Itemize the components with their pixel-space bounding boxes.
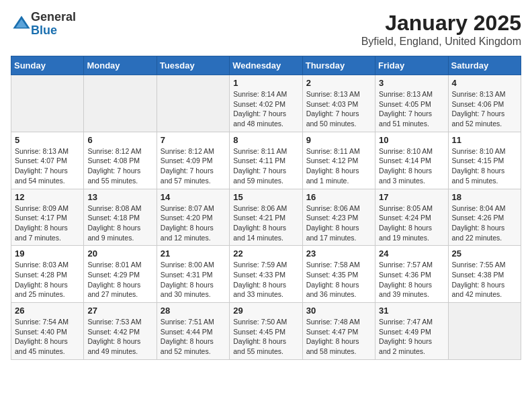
day-number: 28 <box>161 306 226 316</box>
day-detail: Sunrise: 7:47 AM Sunset: 4:49 PM Dayligh… <box>379 317 444 357</box>
day-number: 29 <box>233 306 298 316</box>
day-number: 26 <box>15 306 80 316</box>
day-number: 31 <box>379 306 444 316</box>
day-detail: Sunrise: 8:10 AM Sunset: 4:14 PM Dayligh… <box>379 146 444 186</box>
calendar-day-cell: 23Sunrise: 7:58 AM Sunset: 4:35 PM Dayli… <box>302 246 375 303</box>
day-detail: Sunrise: 8:12 AM Sunset: 4:09 PM Dayligh… <box>161 146 226 186</box>
day-number: 7 <box>161 135 226 145</box>
page-subtitle: Byfield, England, United Kingdom <box>361 36 521 48</box>
day-number: 17 <box>379 192 444 202</box>
calendar-day-cell: 22Sunrise: 7:59 AM Sunset: 4:33 PM Dayli… <box>230 246 302 303</box>
calendar-day-cell: 25Sunrise: 7:55 AM Sunset: 4:38 PM Dayli… <box>448 246 521 303</box>
day-detail: Sunrise: 8:13 AM Sunset: 4:03 PM Dayligh… <box>306 89 371 129</box>
weekday-header: Friday <box>375 56 448 75</box>
calendar-day-cell: 2Sunrise: 8:13 AM Sunset: 4:03 PM Daylig… <box>302 75 375 132</box>
calendar-day-cell: 9Sunrise: 8:11 AM Sunset: 4:12 PM Daylig… <box>302 132 375 189</box>
calendar-day-cell: 8Sunrise: 8:11 AM Sunset: 4:11 PM Daylig… <box>230 132 302 189</box>
title-block: January 2025 Byfield, England, United Ki… <box>361 11 521 48</box>
calendar-day-cell: 21Sunrise: 8:00 AM Sunset: 4:31 PM Dayli… <box>157 246 229 303</box>
day-number: 9 <box>306 135 371 145</box>
calendar-day-cell: 16Sunrise: 8:06 AM Sunset: 4:23 PM Dayli… <box>302 189 375 246</box>
day-detail: Sunrise: 7:50 AM Sunset: 4:45 PM Dayligh… <box>233 317 298 357</box>
weekday-header: Sunday <box>11 56 84 75</box>
calendar-week-row: 1Sunrise: 8:14 AM Sunset: 4:02 PM Daylig… <box>11 75 521 132</box>
day-number: 6 <box>87 135 152 145</box>
calendar-day-cell: 11Sunrise: 8:10 AM Sunset: 4:15 PM Dayli… <box>448 132 521 189</box>
calendar-day-cell: 4Sunrise: 8:13 AM Sunset: 4:06 PM Daylig… <box>448 75 521 132</box>
day-number: 22 <box>233 248 298 259</box>
day-number: 3 <box>379 78 444 88</box>
day-detail: Sunrise: 8:00 AM Sunset: 4:31 PM Dayligh… <box>161 260 226 300</box>
logo-blue: Blue <box>31 24 57 37</box>
day-number: 2 <box>306 78 371 88</box>
calendar-day-cell: 20Sunrise: 8:01 AM Sunset: 4:29 PM Dayli… <box>84 246 157 303</box>
day-number: 18 <box>452 192 517 202</box>
day-detail: Sunrise: 8:13 AM Sunset: 4:07 PM Dayligh… <box>15 146 80 186</box>
calendar-week-row: 5Sunrise: 8:13 AM Sunset: 4:07 PM Daylig… <box>11 132 521 189</box>
day-number: 30 <box>306 306 371 316</box>
day-number: 14 <box>161 192 226 202</box>
day-detail: Sunrise: 8:06 AM Sunset: 4:21 PM Dayligh… <box>233 203 298 243</box>
day-detail: Sunrise: 8:01 AM Sunset: 4:29 PM Dayligh… <box>87 260 152 300</box>
day-detail: Sunrise: 8:13 AM Sunset: 4:06 PM Dayligh… <box>452 89 517 129</box>
day-detail: Sunrise: 7:48 AM Sunset: 4:47 PM Dayligh… <box>306 317 371 357</box>
calendar-day-cell: 30Sunrise: 7:48 AM Sunset: 4:47 PM Dayli… <box>302 303 375 360</box>
page-header: General Blue January 2025 Byfield, Engla… <box>11 11 521 48</box>
calendar-day-cell: 1Sunrise: 8:14 AM Sunset: 4:02 PM Daylig… <box>230 75 302 132</box>
day-detail: Sunrise: 8:08 AM Sunset: 4:18 PM Dayligh… <box>87 203 152 243</box>
calendar-day-cell <box>157 75 229 132</box>
logo: General Blue <box>11 11 76 38</box>
calendar-day-cell: 29Sunrise: 7:50 AM Sunset: 4:45 PM Dayli… <box>230 303 302 360</box>
day-detail: Sunrise: 7:55 AM Sunset: 4:38 PM Dayligh… <box>452 260 517 300</box>
day-detail: Sunrise: 7:54 AM Sunset: 4:40 PM Dayligh… <box>15 317 80 357</box>
day-detail: Sunrise: 7:57 AM Sunset: 4:36 PM Dayligh… <box>379 260 444 300</box>
day-number: 16 <box>306 192 371 202</box>
day-number: 21 <box>161 248 226 259</box>
calendar-day-cell: 28Sunrise: 7:51 AM Sunset: 4:44 PM Dayli… <box>157 303 229 360</box>
page-title: January 2025 <box>361 11 521 36</box>
day-detail: Sunrise: 8:13 AM Sunset: 4:05 PM Dayligh… <box>379 89 444 129</box>
calendar-header-row: SundayMondayTuesdayWednesdayThursdayFrid… <box>11 56 521 75</box>
day-detail: Sunrise: 8:05 AM Sunset: 4:24 PM Dayligh… <box>379 203 444 243</box>
day-number: 25 <box>452 248 517 259</box>
calendar-week-row: 12Sunrise: 8:09 AM Sunset: 4:17 PM Dayli… <box>11 189 521 246</box>
day-number: 5 <box>15 135 80 145</box>
day-number: 20 <box>87 248 152 259</box>
day-number: 15 <box>233 192 298 202</box>
calendar-day-cell: 18Sunrise: 8:04 AM Sunset: 4:26 PM Dayli… <box>448 189 521 246</box>
calendar-week-row: 26Sunrise: 7:54 AM Sunset: 4:40 PM Dayli… <box>11 303 521 360</box>
calendar-day-cell: 26Sunrise: 7:54 AM Sunset: 4:40 PM Dayli… <box>11 303 84 360</box>
calendar-week-row: 19Sunrise: 8:03 AM Sunset: 4:28 PM Dayli… <box>11 246 521 303</box>
weekday-header: Monday <box>84 56 157 75</box>
day-detail: Sunrise: 8:07 AM Sunset: 4:20 PM Dayligh… <box>161 203 226 243</box>
day-number: 1 <box>233 78 298 88</box>
day-detail: Sunrise: 8:04 AM Sunset: 4:26 PM Dayligh… <box>452 203 517 243</box>
calendar-day-cell: 6Sunrise: 8:12 AM Sunset: 4:08 PM Daylig… <box>84 132 157 189</box>
day-detail: Sunrise: 7:51 AM Sunset: 4:44 PM Dayligh… <box>161 317 226 357</box>
calendar-day-cell: 27Sunrise: 7:53 AM Sunset: 4:42 PM Dayli… <box>84 303 157 360</box>
day-detail: Sunrise: 8:14 AM Sunset: 4:02 PM Dayligh… <box>233 89 298 129</box>
day-number: 23 <box>306 248 371 259</box>
day-number: 13 <box>87 192 152 202</box>
calendar-day-cell <box>448 303 521 360</box>
day-number: 8 <box>233 135 298 145</box>
day-detail: Sunrise: 8:12 AM Sunset: 4:08 PM Dayligh… <box>87 146 152 186</box>
weekday-header: Tuesday <box>157 56 229 75</box>
day-detail: Sunrise: 7:58 AM Sunset: 4:35 PM Dayligh… <box>306 260 371 300</box>
calendar-day-cell: 3Sunrise: 8:13 AM Sunset: 4:05 PM Daylig… <box>375 75 448 132</box>
calendar-day-cell: 13Sunrise: 8:08 AM Sunset: 4:18 PM Dayli… <box>84 189 157 246</box>
day-number: 12 <box>15 192 80 202</box>
day-number: 19 <box>15 248 80 259</box>
logo-general: General <box>31 10 76 24</box>
calendar-day-cell: 15Sunrise: 8:06 AM Sunset: 4:21 PM Dayli… <box>230 189 302 246</box>
weekday-header: Saturday <box>448 56 521 75</box>
calendar-day-cell: 24Sunrise: 7:57 AM Sunset: 4:36 PM Dayli… <box>375 246 448 303</box>
calendar-day-cell <box>11 75 84 132</box>
day-number: 11 <box>452 135 517 145</box>
calendar-day-cell: 7Sunrise: 8:12 AM Sunset: 4:09 PM Daylig… <box>157 132 229 189</box>
calendar-day-cell <box>84 75 157 132</box>
weekday-header: Wednesday <box>230 56 302 75</box>
day-detail: Sunrise: 8:11 AM Sunset: 4:11 PM Dayligh… <box>233 146 298 186</box>
weekday-header: Thursday <box>302 56 375 75</box>
calendar-day-cell: 14Sunrise: 8:07 AM Sunset: 4:20 PM Dayli… <box>157 189 229 246</box>
